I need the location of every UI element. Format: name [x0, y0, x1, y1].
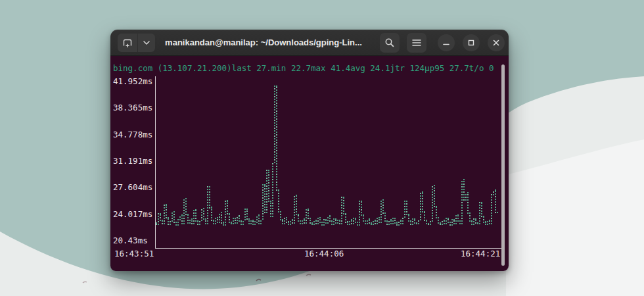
minimize-button[interactable] [438, 34, 455, 51]
chevron-down-icon [143, 40, 150, 45]
tab-list-dropdown-button[interactable] [138, 34, 155, 52]
terminal-scrollbar[interactable] [501, 64, 505, 266]
terminal-screen[interactable]: bing.com (13.107.21.200)last 27.min 22.7… [110, 56, 509, 271]
y-axis-tick: 38.365ms [113, 103, 155, 112]
y-axis-tick: 24.017ms [113, 209, 155, 219]
minimize-icon [442, 39, 450, 47]
search-button[interactable] [380, 33, 400, 53]
y-axis-tick: 41.952ms [113, 76, 155, 86]
close-icon [492, 39, 500, 47]
maximize-icon [467, 39, 475, 47]
new-tab-button[interactable] [118, 34, 137, 52]
y-axis-tick: 34.778ms [113, 130, 155, 139]
hamburger-menu-icon [412, 39, 421, 47]
y-axis-tick: 31.191ms [113, 156, 155, 166]
gping-stats-line: bing.com (13.107.21.200)last 27.min 22.7… [113, 63, 494, 73]
menu-button[interactable] [407, 33, 426, 53]
desktop: manikandan@manilap: ~/Downloads/gping-Li… [0, 0, 644, 296]
x-axis-tick: 16:44:21 [461, 249, 500, 259]
x-axis-tick: 16:43:51 [114, 249, 154, 259]
search-icon [384, 37, 395, 48]
x-axis-tick: 16:44:06 [304, 249, 344, 259]
window-title: manikandan@manilap: ~/Downloads/gping-Li… [162, 30, 365, 56]
terminal-window: manikandan@manilap: ~/Downloads/gping-Li… [110, 30, 509, 271]
y-axis-tick: 27.604ms [113, 182, 155, 192]
maximize-button[interactable] [463, 34, 480, 51]
y-axis-tick: 20.43ms [113, 235, 155, 245]
gping-chart-canvas [156, 79, 499, 249]
close-button[interactable] [488, 34, 505, 51]
new-tab-icon [122, 37, 133, 48]
titlebar[interactable]: manikandan@manilap: ~/Downloads/gping-Li… [110, 30, 509, 56]
